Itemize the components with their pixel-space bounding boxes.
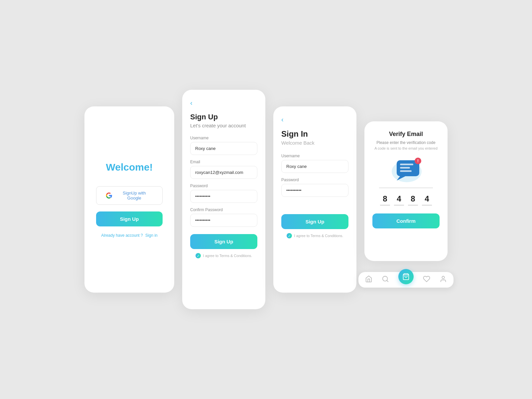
signup-submit-button[interactable]: Sign Up: [190, 234, 257, 249]
nav-user-icon[interactable]: [440, 275, 447, 284]
signin-subheading: Welcome Back: [281, 140, 348, 146]
email-group: Email: [190, 160, 257, 179]
svg-rect-4: [400, 167, 410, 169]
bottom-nav: [358, 272, 454, 288]
google-signup-button[interactable]: SignUp with Google: [96, 186, 163, 205]
email-input[interactable]: [190, 166, 257, 179]
confirm-label: Confirm Password: [190, 207, 257, 212]
code-digit-2[interactable]: 4: [394, 194, 404, 205]
svg-rect-3: [400, 164, 413, 165]
verify-illustration: !: [389, 156, 423, 182]
password-group: Password: [190, 184, 257, 203]
signin-username-label: Username: [281, 154, 348, 158]
already-account-text: Already have account ? Sign in: [101, 233, 157, 238]
signin-terms-text: I agree to Terms & Conditions.: [294, 234, 343, 238]
signin-submit-button[interactable]: Sign Up: [281, 214, 348, 229]
signin-heading: Sign In: [281, 129, 348, 139]
nav-heart-icon[interactable]: [423, 275, 430, 284]
nav-home-icon[interactable]: [365, 275, 372, 284]
username-group: Username: [190, 136, 257, 155]
welcome-screen: Welcome! SignUp with Google Sign Up Alre…: [84, 106, 174, 293]
svg-text:!: !: [417, 159, 419, 163]
verify-sub-desc: A code is sent to the email you entered: [374, 146, 438, 150]
signin-terms-checkbox[interactable]: [287, 233, 292, 238]
nav-search-icon[interactable]: [382, 275, 389, 284]
confirm-input[interactable]: [190, 214, 257, 227]
verify-screen: Verify Email Please enter the verificati…: [364, 121, 448, 261]
terms-text: I agree to Terms & Conditions.: [203, 254, 252, 258]
confirm-password-group: Confirm Password: [190, 207, 257, 227]
code-digit-1[interactable]: 8: [380, 194, 390, 205]
confirm-button[interactable]: Confirm: [372, 213, 440, 228]
google-icon: [106, 192, 112, 199]
email-illustration: !: [389, 156, 426, 184]
signin-password-label: Password: [281, 178, 348, 182]
terms-row: I agree to Terms & Conditions.: [190, 253, 257, 258]
verify-desc: Please enter the verification code: [376, 140, 435, 145]
signin-password-input[interactable]: [281, 184, 348, 197]
signup-subheading: Let's create your account: [190, 123, 257, 128]
username-label: Username: [190, 136, 257, 140]
code-digit-3[interactable]: 8: [408, 194, 418, 205]
signup-heading: Sign Up: [190, 113, 257, 121]
nav-bag-icon[interactable]: [398, 269, 414, 284]
terms-checkbox[interactable]: [196, 253, 201, 258]
signin-password-group: Password: [281, 178, 348, 197]
svg-point-11: [442, 276, 444, 279]
email-label: Email: [190, 160, 257, 164]
password-label: Password: [190, 184, 257, 188]
signin-username-input[interactable]: [281, 160, 348, 173]
signin-terms-row: I agree to Terms & Conditions.: [281, 233, 348, 238]
svg-line-9: [387, 280, 388, 282]
password-input[interactable]: [190, 190, 257, 203]
svg-rect-5: [400, 170, 412, 172]
username-input[interactable]: [190, 142, 257, 155]
signin-screen: ‹ Sign In Welcome Back Username Password…: [273, 106, 356, 293]
signin-username-group: Username: [281, 154, 348, 173]
signup-back-button[interactable]: ‹: [190, 99, 257, 107]
code-digit-4[interactable]: 4: [422, 194, 432, 205]
google-btn-label: SignUp with Google: [116, 191, 153, 200]
signin-back-button[interactable]: ‹: [281, 116, 348, 123]
verify-code-row: 8 4 8 4: [380, 194, 432, 205]
verify-title: Verify Email: [389, 131, 423, 138]
welcome-signup-button[interactable]: Sign Up: [96, 211, 163, 226]
verify-wrapper: Verify Email Please enter the verificati…: [364, 121, 448, 278]
signup-screen: ‹ Sign Up Let's create your account User…: [182, 90, 265, 309]
welcome-title: Welcome!: [106, 162, 153, 173]
